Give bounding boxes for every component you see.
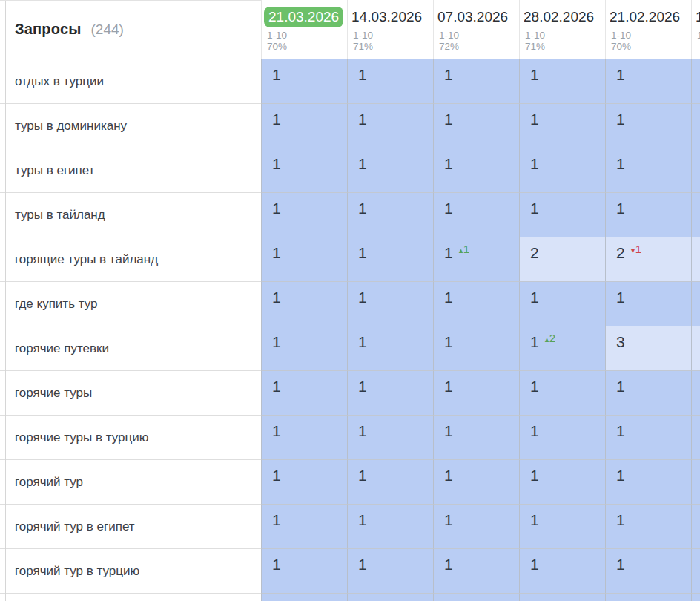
position-cell[interactable]: 1 [347, 549, 433, 594]
table-row: где купить тур11111 [0, 282, 700, 326]
table-row: горячие путевки1111▴23 [0, 326, 700, 371]
query-cell[interactable]: горячий тур [0, 460, 261, 505]
query-cell[interactable]: горячие путевки [0, 326, 261, 371]
position-cell[interactable]: 1 [519, 549, 605, 594]
position-cell[interactable]: 1 [519, 416, 605, 460]
position-cell[interactable]: 1▴2 [519, 326, 605, 371]
position-cell[interactable]: 1 [261, 416, 347, 460]
position-cell[interactable]: 1 [605, 549, 691, 594]
position-cell[interactable]: 1 [347, 460, 433, 505]
position-cell[interactable]: 1 [261, 148, 347, 193]
query-cell[interactable]: горящие туры в тайланд [0, 237, 261, 282]
position-cell[interactable]: 1 [605, 460, 691, 505]
date-label: 1 [696, 7, 700, 27]
position-cell[interactable]: 1 [605, 505, 691, 549]
query-cell[interactable]: горячие туры в турцию [0, 416, 261, 460]
position-cell[interactable]: 1 [261, 326, 347, 371]
position-value: 1 [272, 244, 281, 261]
position-cell[interactable]: 1 [347, 282, 433, 326]
position-cell[interactable]: 1 [605, 416, 691, 460]
position-cell[interactable]: 2 [519, 237, 605, 282]
position-value: 1 [616, 422, 625, 439]
position-cell[interactable]: 1 [433, 460, 519, 505]
position-cell[interactable]: 1 [433, 193, 519, 237]
date-column-header[interactable]: 07.03.20261-1072% [433, 0, 519, 59]
position-cell[interactable]: 1 [605, 59, 691, 104]
position-cell[interactable]: 1 [519, 148, 605, 193]
position-cell[interactable]: 1 [347, 371, 433, 416]
query-cell[interactable]: горячий тур в турцию [0, 549, 261, 594]
position-cell[interactable]: 1▴1 [433, 237, 519, 282]
position-cell[interactable]: 3 [605, 326, 691, 371]
position-cell[interactable]: 1 [347, 59, 433, 104]
query-cell[interactable]: горячие туры [0, 371, 261, 416]
rank-change-indicator: ▾1 [631, 243, 641, 255]
position-cell[interactable]: 1 [347, 326, 433, 371]
query-cell[interactable]: горячий тур в египет [0, 505, 261, 549]
query-cell[interactable]: туры в египет [0, 148, 261, 193]
position-value: 1 [272, 556, 281, 573]
position-cell[interactable]: 1 [433, 282, 519, 326]
position-cell[interactable]: 1 [519, 193, 605, 237]
position-cell[interactable]: 1 [605, 371, 691, 416]
position-cell[interactable]: 1 [347, 416, 433, 460]
position-cell[interactable]: 1 [519, 104, 605, 148]
position-value: 1 [616, 66, 625, 83]
position-value: 1 [358, 378, 367, 395]
position-cell[interactable]: 1 [433, 416, 519, 460]
position-cell-partial [691, 237, 700, 282]
position-cell[interactable]: 1 [347, 505, 433, 549]
table-body: отдых в турции11111туры в доминикану1111… [0, 59, 700, 601]
query-cell[interactable]: отдых в турции [0, 59, 261, 104]
position-cell[interactable]: 1 [261, 371, 347, 416]
position-cell[interactable]: 2▾1 [605, 237, 691, 282]
query-cell[interactable]: где купить тур [0, 282, 261, 326]
position-value: 1 [272, 155, 281, 172]
position-cell[interactable]: 1 [261, 237, 347, 282]
rank-change-value: 1 [635, 243, 641, 255]
position-cell[interactable]: 1 [261, 549, 347, 594]
position-cell[interactable]: 1 [261, 460, 347, 505]
query-cell [0, 594, 261, 601]
position-value: 1 [272, 66, 281, 83]
position-cell[interactable]: 1 [261, 104, 347, 148]
date-column-header[interactable]: 28.02.20261-1071% [519, 0, 605, 59]
position-cell[interactable]: 1 [519, 282, 605, 326]
position-cell[interactable]: 1 [433, 148, 519, 193]
query-cell[interactable]: туры в доминикану [0, 104, 261, 148]
position-cell[interactable]: 1 [433, 371, 519, 416]
position-cell[interactable]: 1 [519, 371, 605, 416]
position-cell[interactable]: 1 [347, 193, 433, 237]
position-cell[interactable]: 1 [433, 326, 519, 371]
position-cell[interactable]: 1 [433, 505, 519, 549]
date-column-header[interactable]: 21.03.20261-1070% [261, 0, 347, 59]
position-cell[interactable]: 1 [519, 505, 605, 549]
date-column-header[interactable]: 11 [691, 0, 700, 59]
selected-date-badge: 21.03.2026 [264, 7, 343, 27]
position-cell[interactable]: 1 [605, 148, 691, 193]
position-cell[interactable]: 1 [519, 460, 605, 505]
position-cell[interactable]: 1 [347, 104, 433, 148]
date-column-header[interactable]: 14.03.20261-1071% [347, 0, 433, 59]
position-value: 1 [530, 422, 539, 439]
position-cell[interactable]: 1 [605, 104, 691, 148]
position-value: 1 [444, 422, 453, 439]
position-cell-partial [691, 594, 700, 601]
position-cell[interactable]: 1 [433, 59, 519, 104]
position-cell[interactable]: 1 [433, 104, 519, 148]
query-cell[interactable]: туры в тайланд [0, 193, 261, 237]
position-cell[interactable]: 1 [519, 59, 605, 104]
position-cell[interactable]: 1 [261, 59, 347, 104]
position-cell[interactable]: 1 [261, 193, 347, 237]
date-label: 07.03.2026 [438, 7, 519, 27]
position-cell[interactable]: 1 [605, 193, 691, 237]
position-cell[interactable]: 1 [433, 549, 519, 594]
position-cell[interactable]: 1 [347, 237, 433, 282]
position-cell[interactable]: 1 [347, 148, 433, 193]
position-cell[interactable]: 1 [261, 282, 347, 326]
date-column-header[interactable]: 21.02.20261-1070% [605, 0, 691, 59]
table-row-partial [0, 594, 700, 601]
position-cell[interactable]: 1 [261, 505, 347, 549]
position-cell[interactable]: 1 [605, 282, 691, 326]
position-value: 1 [272, 422, 281, 439]
